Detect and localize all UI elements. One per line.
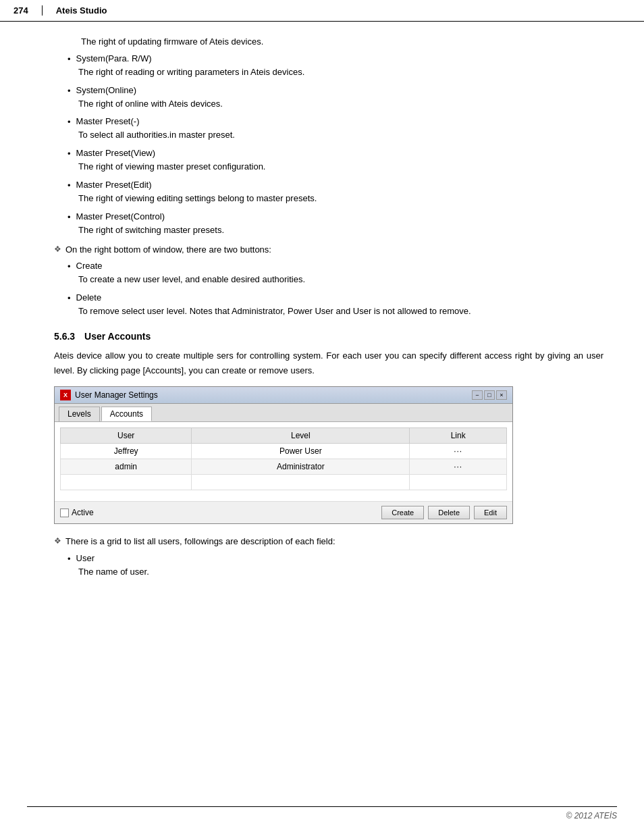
cell-link[interactable]: ··· <box>410 444 507 459</box>
dialog-window-controls: − □ × <box>472 390 507 400</box>
page-footer: © 2012 ATEİS <box>566 811 617 820</box>
cell-level: Administrator <box>192 459 410 475</box>
section-description: Ateis device allow you to create multipl… <box>54 348 603 378</box>
diamond-bullet: ❖ On the right bottom of window, there a… <box>54 243 603 257</box>
list-item: • Create <box>68 261 603 271</box>
table-row-empty <box>61 475 507 490</box>
dialog-footer: Active Create Delete Edit <box>55 501 512 523</box>
page-title: Ateis Studio <box>56 5 107 16</box>
bullet-label: Master Preset(View) <box>76 148 156 158</box>
bullet-dot: • <box>68 117 71 127</box>
col-level: Level <box>192 428 410 444</box>
bullet-label: User <box>76 553 95 563</box>
bullet-label: System(Online) <box>76 85 137 95</box>
table-row: admin Administrator ··· <box>61 459 507 475</box>
diamond-icon-2: ❖ <box>54 536 61 546</box>
bullet-desc: The name of user. <box>78 565 603 579</box>
dialog-titlebar: X User Manager Settings − □ × <box>55 387 512 404</box>
firmware-intro: The right of updating firmware of Ateis … <box>81 35 603 49</box>
cell-level: Power User <box>192 444 410 459</box>
list-item: • User <box>68 553 603 564</box>
diamond-text: On the right bottom of window, there are… <box>65 243 271 257</box>
bullet-dot: • <box>68 261 71 271</box>
create-button[interactable]: Create <box>381 506 424 519</box>
grid-note-bullet: ❖ There is a grid to list all users, fol… <box>54 535 603 549</box>
bullet-desc: The right of viewing master preset confi… <box>78 160 603 174</box>
grid-note-text: There is a grid to list all users, follo… <box>65 535 336 549</box>
minimize-button[interactable]: − <box>472 390 483 400</box>
bullet-desc: To create a new user level, and enable d… <box>78 273 603 287</box>
section-title: User Accounts <box>84 331 151 342</box>
active-checkbox[interactable] <box>60 509 69 517</box>
edit-button[interactable]: Edit <box>474 506 507 519</box>
bullet-label: Master Preset(Edit) <box>76 180 152 190</box>
list-item: • Master Preset(Edit) <box>68 180 603 190</box>
bullet-desc: The right of reading or writing paramete… <box>78 66 603 80</box>
copyright-text: © 2012 ATEİS <box>566 811 617 820</box>
list-item: • System(Para. R/W) <box>68 53 603 64</box>
page: 274 Ateis Studio The right of updating f… <box>0 0 644 834</box>
list-item: • Master Preset(-) <box>68 116 603 127</box>
cell-user: admin <box>61 459 192 475</box>
col-user: User <box>61 428 192 444</box>
dialog-app-icon: X <box>60 390 71 400</box>
delete-button[interactable]: Delete <box>428 506 470 519</box>
bullet-dot: • <box>68 86 71 96</box>
dialog-body: User Level Link Jeffrey Power User ··· a… <box>55 422 512 501</box>
content: The right of updating firmware of Ateis … <box>0 22 644 598</box>
list-item: • Master Preset(View) <box>68 148 603 159</box>
bullet-label: Create <box>76 261 103 271</box>
bullet-dot: • <box>68 554 71 564</box>
bullet-dot: • <box>68 149 71 159</box>
dialog-box: X User Manager Settings − □ × Levels Acc… <box>54 386 513 524</box>
active-label: Active <box>72 508 94 517</box>
bullet-dot: • <box>68 212 71 222</box>
bullet-desc: The right of switching master presets. <box>78 224 603 238</box>
list-item: • Master Preset(Control) <box>68 211 603 222</box>
user-table: User Level Link Jeffrey Power User ··· a… <box>60 427 507 490</box>
dialog-title-text: User Manager Settings <box>75 390 158 400</box>
bullet-desc: To select all authorities.in master pres… <box>78 128 603 142</box>
restore-button[interactable]: □ <box>484 390 495 400</box>
bullet-desc: The right of viewing editing settings be… <box>78 192 603 206</box>
page-header: 274 Ateis Studio <box>0 0 644 22</box>
active-checkbox-area: Active <box>60 508 94 517</box>
table-row: Jeffrey Power User ··· <box>61 444 507 459</box>
bullet-dot: • <box>68 54 71 64</box>
tab-accounts[interactable]: Accounts <box>101 407 152 421</box>
list-item: • Delete <box>68 292 603 303</box>
bullet-label: System(Para. R/W) <box>76 53 152 63</box>
bullet-label: Master Preset(Control) <box>76 211 165 221</box>
page-number: 274 <box>14 5 43 16</box>
bullet-section: • System(Para. R/W) The right of reading… <box>54 53 603 238</box>
dialog-title-left: X User Manager Settings <box>60 390 158 400</box>
list-item: • System(Online) <box>68 85 603 96</box>
section-heading: 5.6.3 User Accounts <box>54 331 603 342</box>
footer-line <box>27 806 617 807</box>
cell-link[interactable]: ··· <box>410 459 507 475</box>
close-button[interactable]: × <box>496 390 507 400</box>
bullet-dot: • <box>68 293 71 303</box>
dialog-tabs: Levels Accounts <box>55 404 512 422</box>
cell-user: Jeffrey <box>61 444 192 459</box>
bullet-dot: • <box>68 180 71 190</box>
tab-levels[interactable]: Levels <box>59 407 100 421</box>
section-number: 5.6.3 <box>54 331 75 342</box>
footer-buttons: Create Delete Edit <box>381 506 507 519</box>
bullet-label: Master Preset(-) <box>76 116 140 126</box>
bullet-label: Delete <box>76 292 102 303</box>
bullet-desc: The right of online with Ateis devices. <box>78 97 603 111</box>
diamond-icon: ❖ <box>54 244 61 254</box>
bullet-desc: To remove select user level. Notes that … <box>78 305 603 319</box>
col-link: Link <box>410 428 507 444</box>
